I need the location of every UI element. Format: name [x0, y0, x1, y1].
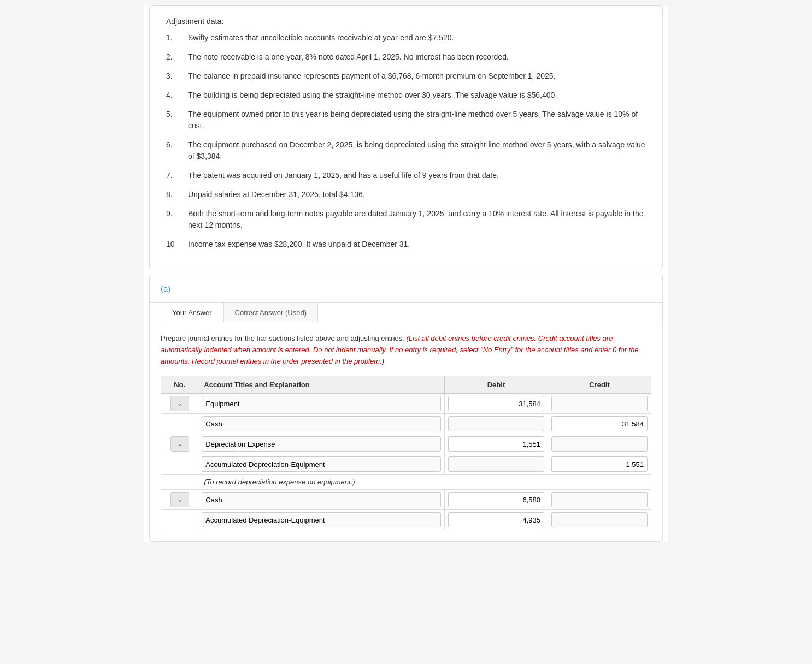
credit-cell [548, 510, 651, 530]
adjustment-item: 1.Swifty estimates that uncollectible ac… [166, 32, 646, 44]
row-dropdown-btn[interactable]: ⌄ [170, 436, 189, 452]
part-label: (a) [161, 284, 170, 293]
table-row: ⌄ [161, 434, 651, 454]
account-cell [198, 510, 445, 530]
credit-cell [548, 394, 651, 414]
adjustment-item: 9.Both the short-term and long-term note… [166, 208, 646, 231]
credit-input[interactable] [551, 416, 648, 431]
no-cell [161, 510, 198, 530]
account-cell [198, 394, 445, 414]
list-text: Unpaid salaries at December 31, 2025, to… [188, 189, 646, 200]
debit-input[interactable] [448, 492, 544, 507]
list-num: 4. [166, 90, 188, 101]
table-row: ⌄ [161, 490, 651, 510]
tab-correct-answer[interactable]: Correct Answer (Used) [223, 303, 318, 322]
col-no: No. [161, 376, 198, 394]
adjustment-item: 6.The equipment purchased on December 2,… [166, 139, 646, 162]
credit-input[interactable] [551, 456, 648, 472]
debit-cell [445, 490, 548, 510]
debit-cell [445, 434, 548, 454]
credit-input[interactable] [551, 512, 648, 527]
table-row [161, 414, 651, 434]
list-text: The building is being depreciated using … [188, 90, 646, 101]
adjustment-item: 2.The note receivable is a one-year, 8% … [166, 51, 646, 63]
note-cell: (To record depreciation expense on equip… [198, 475, 651, 490]
credit-input[interactable] [551, 396, 648, 411]
account-input[interactable] [202, 436, 441, 452]
adjustment-item: 4.The building is being depreciated usin… [166, 90, 646, 101]
tab-your-answer[interactable]: Your Answer [161, 303, 223, 322]
adjustment-item: 3.The balance in prepaid insurance repre… [166, 70, 646, 82]
table-row: ⌄ [161, 394, 651, 414]
adjustment-item: 7.The patent was acquired on January 1, … [166, 170, 646, 181]
account-cell [198, 434, 445, 454]
account-input[interactable] [202, 492, 441, 507]
debit-cell [445, 394, 548, 414]
adjustment-item: 10Income tax expense was $28,200. It was… [166, 239, 646, 250]
list-num: 6. [166, 139, 188, 162]
list-num: 8. [166, 189, 188, 200]
no-cell: ⌄ [161, 490, 198, 510]
part-header: (a) [150, 275, 662, 303]
list-text: The equipment owned prior to this year i… [188, 109, 646, 132]
debit-input[interactable] [448, 512, 544, 527]
row-dropdown-btn[interactable]: ⌄ [170, 492, 189, 507]
adjustment-title: Adjustment data: [166, 17, 646, 26]
list-text: The balance in prepaid insurance represe… [188, 70, 646, 82]
account-input[interactable] [202, 396, 441, 411]
account-input[interactable] [202, 512, 441, 527]
list-num: 10 [166, 239, 188, 250]
debit-input[interactable] [448, 396, 544, 411]
list-text: Both the short-term and long-term notes … [188, 208, 646, 231]
no-cell: ⌄ [161, 434, 198, 454]
debit-cell [445, 454, 548, 475]
adjustment-list: 1.Swifty estimates that uncollectible ac… [166, 32, 646, 250]
credit-cell [548, 434, 651, 454]
no-cell [161, 475, 198, 490]
debit-cell [445, 414, 548, 434]
journal-table: No. Account Titles and Explanation Debit… [161, 376, 651, 530]
list-num: 3. [166, 70, 188, 82]
content-area: Prepare journal entries for the transact… [150, 322, 662, 541]
account-cell [198, 490, 445, 510]
list-num: 9. [166, 208, 188, 231]
col-debit: Debit [445, 376, 548, 394]
adjustment-item: 5.The equipment owned prior to this year… [166, 109, 646, 132]
list-text: The note receivable is a one-year, 8% no… [188, 51, 646, 63]
part-section: (a) Your Answer Correct Answer (Used) Pr… [149, 275, 663, 542]
debit-input[interactable] [448, 436, 544, 452]
account-input[interactable] [202, 416, 441, 431]
list-num: 7. [166, 170, 188, 181]
no-cell [161, 454, 198, 475]
debit-cell [445, 510, 548, 530]
no-cell: ⌄ [161, 394, 198, 414]
account-cell [198, 414, 445, 434]
credit-cell [548, 454, 651, 475]
list-text: Income tax expense was $28,200. It was u… [188, 239, 646, 250]
list-num: 1. [166, 32, 188, 44]
table-row [161, 454, 651, 475]
list-text: The equipment purchased on December 2, 2… [188, 139, 646, 162]
table-row: (To record depreciation expense on equip… [161, 475, 651, 490]
no-cell [161, 414, 198, 434]
instruction-text: Prepare journal entries for the transact… [161, 333, 651, 367]
col-account: Account Titles and Explanation [198, 376, 445, 394]
list-text: Swifty estimates that uncollectible acco… [188, 32, 646, 44]
credit-input[interactable] [551, 436, 648, 452]
credit-cell [548, 414, 651, 434]
table-row [161, 510, 651, 530]
account-cell [198, 454, 445, 475]
debit-input[interactable] [448, 416, 544, 431]
list-text: The patent was acquired on January 1, 20… [188, 170, 646, 181]
debit-input[interactable] [448, 456, 544, 472]
account-input[interactable] [202, 456, 441, 472]
adjustment-item: 8.Unpaid salaries at December 31, 2025, … [166, 189, 646, 200]
row-dropdown-btn[interactable]: ⌄ [170, 396, 189, 411]
credit-cell [548, 490, 651, 510]
list-num: 5. [166, 109, 188, 132]
adjustment-section: Adjustment data: 1.Swifty estimates that… [149, 5, 663, 269]
credit-input[interactable] [551, 492, 648, 507]
tabs-container: Your Answer Correct Answer (Used) [150, 303, 662, 322]
list-num: 2. [166, 51, 188, 63]
col-credit: Credit [548, 376, 651, 394]
